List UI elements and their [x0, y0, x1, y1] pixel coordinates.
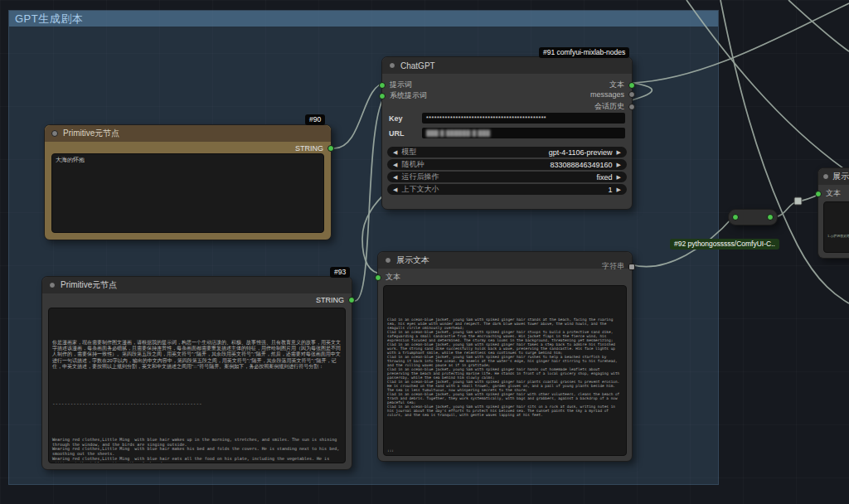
output-port-icon[interactable] — [327, 145, 334, 152]
stepper-left-icon[interactable]: ◀ — [393, 184, 397, 195]
node92-separator: ::: — [387, 447, 623, 455]
input-port-icon[interactable] — [379, 82, 386, 89]
node91-title: ChatGPT — [400, 61, 435, 70]
stepper-left-icon[interactable]: ◀ — [393, 172, 397, 182]
nodeR-input-text[interactable]: 文本 — [815, 188, 841, 199]
widget-value: 833088846349160 — [551, 161, 613, 169]
input-label: 提示词 — [390, 80, 412, 90]
widget-value: gpt-4-1106-preview — [549, 148, 613, 157]
node93-separator: ----------------------------------------… — [52, 400, 342, 408]
output-label: messages — [590, 90, 624, 99]
node93-title: Primitive元节点 — [61, 279, 117, 291]
output-label: STRING — [295, 144, 323, 153]
node93-text-area[interactable]: 你是漫画家，现在需要制作图文漫画，请根据我的提示词，构思一个生动活泼的、积极、故… — [48, 308, 346, 463]
output-port-icon[interactable] — [628, 104, 635, 110]
key-input[interactable]: ****************************************… — [422, 113, 625, 124]
nodeR-text-area[interactable]: 1.小萨姆面对着汹涌的大海，心生敬畏。 2.小萨姆筑起沙堤，保护沙堡不被冲蚀。 … — [823, 201, 849, 253]
node92-title: 展示文本 — [396, 254, 429, 266]
stepper-right-icon[interactable]: ▶ — [617, 184, 621, 195]
stepper-right-icon[interactable]: ▶ — [617, 147, 621, 158]
output-port-icon[interactable] — [767, 214, 774, 220]
node90-titlebar[interactable]: Primitive元节点 — [45, 125, 331, 142]
stepper-right-icon[interactable]: ▶ — [617, 159, 621, 170]
node90-title: Primitive元节点 — [63, 128, 119, 139]
nodeR-cn-list: 1.小萨姆面对着汹涌的大海，心生敬畏。 2.小萨姆筑起沙堤，保护沙堡不被冲蚀。 … — [827, 234, 849, 238]
widget-context-size[interactable]: ◀ 上下文大小 1 ▶ — [387, 184, 627, 195]
node93-badge: #93 — [330, 267, 350, 278]
node93-output-string[interactable]: STRING — [316, 296, 355, 304]
output-label: 字符串 — [602, 261, 624, 272]
stepper-left-icon[interactable]: ◀ — [393, 159, 397, 170]
stepper-left-icon[interactable]: ◀ — [393, 147, 397, 158]
node91-titlebar[interactable]: ChatGPT — [382, 57, 632, 74]
reroute-dot — [794, 197, 802, 205]
node93-instruction-cn: 你是漫画家，现在需要制作图文漫画，请根据我的提示词，构思一个生动活泼的、积极、故… — [52, 340, 342, 370]
widget-value: fixed — [597, 173, 613, 182]
node92-output-string[interactable]: 字符串 — [602, 261, 635, 272]
node-primitive-93[interactable]: Primitive元节点 STRING 你是漫画家，现在需要制作图文漫画，请根据… — [41, 276, 352, 470]
input-port-icon[interactable] — [379, 93, 386, 99]
stepper-right-icon[interactable]: ▶ — [617, 172, 621, 182]
node91-badge: #91 comfyui-mixlab-nodes — [539, 47, 629, 58]
output-port-icon[interactable] — [628, 82, 635, 89]
collapse-dot-icon[interactable] — [51, 130, 58, 137]
key-mask: ****************************************… — [426, 115, 546, 121]
node90-output-string[interactable]: STRING — [295, 144, 334, 153]
collapse-dot-icon[interactable] — [822, 173, 829, 180]
node-show-text-right[interactable]: 展示文 文本 1.小萨姆面对着汹涌的大海，心生敬畏。 2.小萨姆筑起沙堤，保护沙… — [817, 167, 849, 259]
input-label: 文本 — [826, 188, 841, 199]
input-port-icon[interactable] — [375, 274, 381, 281]
node-show-text-92[interactable]: 展示文本 字符串 文本 Clad in an ocean-blue jacket… — [377, 251, 633, 462]
widget-label: 模型 — [401, 147, 544, 158]
node91-url-row: URL ███ █ ██████ █ ███ — [389, 128, 625, 138]
output-label: STRING — [316, 296, 344, 304]
key-label: Key — [389, 114, 415, 123]
input-port-icon[interactable] — [815, 191, 822, 197]
collapse-dot-icon[interactable] — [49, 282, 56, 288]
node92-titlebar[interactable]: 展示文本 — [378, 252, 632, 269]
output-label: 会话历史 — [594, 101, 624, 112]
node92-paragraphs: Clad in an ocean-blue jacket, young Sam … — [387, 317, 623, 417]
widget-value: 1 — [609, 186, 613, 194]
wire — [686, 0, 849, 172]
output-label: 文本 — [609, 80, 624, 90]
node91-output-messages[interactable]: messages — [590, 90, 635, 99]
node91-output-text[interactable]: 文本 — [609, 80, 635, 90]
output-port-icon[interactable] — [628, 264, 635, 270]
node91-output-history[interactable]: 会话历史 — [594, 101, 635, 112]
node93-titlebar[interactable]: Primitive元节点 — [42, 277, 352, 293]
widget-model[interactable]: ◀ 模型 gpt-4-1106-preview ▶ — [387, 147, 627, 158]
url-redacted-value: ███ █ ██████ █ ███ — [426, 130, 490, 136]
node91-key-row: Key ************************************… — [389, 113, 625, 124]
node91-input-prompt[interactable]: 提示词 — [379, 80, 412, 90]
url-label: URL — [389, 129, 415, 138]
collapsed-node[interactable] — [728, 209, 778, 225]
output-port-icon[interactable] — [628, 91, 635, 98]
input-label: 文本 — [386, 272, 400, 283]
node90-text-area[interactable]: 大海的怀抱 — [51, 153, 324, 233]
collapse-dot-icon[interactable] — [389, 62, 395, 69]
widget-label: 上下文大小 — [401, 184, 604, 195]
node92-text-area[interactable]: Clad in an ocean-blue jacket, young Sam … — [383, 285, 627, 456]
output-port-icon[interactable] — [348, 297, 355, 303]
nodeR-title: 展示文 — [832, 171, 849, 182]
input-port-icon[interactable] — [732, 214, 739, 220]
nodeR-titlebar[interactable]: 展示文 — [818, 168, 849, 185]
url-input[interactable]: ███ █ ██████ █ ███ — [422, 128, 625, 138]
node93-example-lines: Wearing red clothes,Little Ming with blu… — [52, 438, 342, 463]
node-primitive-90[interactable]: Primitive元节点 STRING 大海的怀抱 — [44, 124, 332, 240]
node-chatgpt-91[interactable]: ChatGPT 提示词 系统提示词 文本 messages 会话历史 Key *… — [381, 56, 633, 210]
node91-input-system-prompt[interactable]: 系统提示词 — [379, 90, 427, 101]
collapse-dot-icon[interactable] — [385, 257, 391, 264]
widget-control-after-generate[interactable]: ◀ 运行后操作 fixed ▶ — [387, 172, 627, 182]
widget-seed[interactable]: ◀ 随机种 833088846349160 ▶ — [387, 159, 627, 170]
input-label: 系统提示词 — [390, 90, 427, 101]
node92-badge: #92 pythongosssss/ComfyUI-C.. — [670, 239, 779, 250]
widget-label: 运行后操作 — [401, 172, 592, 182]
widget-label: 随机种 — [401, 159, 546, 170]
node90-badge: #90 — [305, 114, 325, 125]
node92-input-text[interactable]: 文本 — [375, 272, 400, 283]
